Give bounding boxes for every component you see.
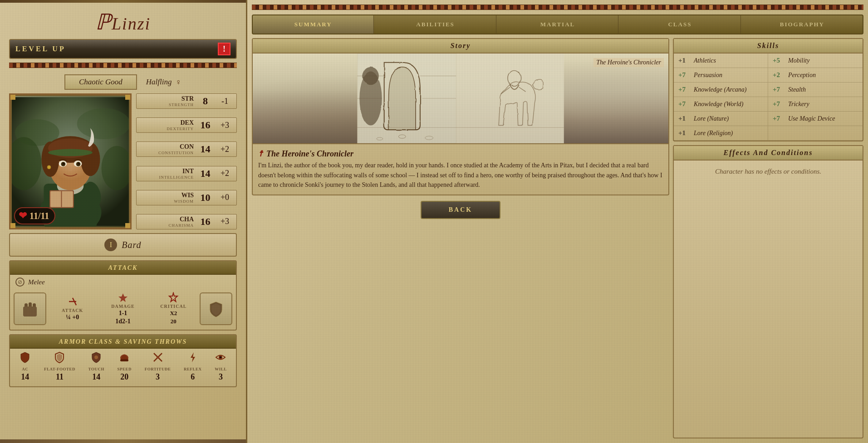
armor-row: AC 14 FLAT-FOOTED 11 TOUCH 14 SPEED 20 F… — [10, 349, 236, 386]
armor-label-6: WILL — [215, 367, 227, 371]
ability-label-con: CON CONSTITUTION — [140, 143, 194, 155]
ability-mod-con: +2 — [217, 145, 233, 154]
skill-row-left-0: +1 Athletics — [674, 54, 768, 68]
attack-left-slot — [14, 292, 46, 325]
ability-mod-wis: +0 — [217, 193, 233, 202]
skills-label: Skills — [757, 42, 779, 49]
attack-stat-box: ATTACK ¼ +0 — [48, 296, 97, 321]
armor-value-6: 3 — [219, 372, 223, 382]
armor-icon-5 — [187, 351, 199, 366]
skill-name: Persuasion — [694, 72, 722, 79]
skill-name: Knowledge (Arcana) — [694, 86, 747, 93]
tab-summary[interactable]: Summary — [253, 15, 374, 34]
story-panel: Story — [252, 38, 669, 438]
attack-stats-row: ATTACK ¼ +0 DAMAGE 1-1 1d2-1 — [10, 289, 236, 330]
armor-value-1: 11 — [56, 372, 64, 382]
back-button-wrapper: Back — [252, 199, 669, 221]
critical-x: X2 — [170, 310, 177, 317]
melee-icon: ⊘ — [15, 277, 25, 287]
skill-name: Trickery — [788, 101, 809, 108]
top-ornament — [0, 0, 246, 3]
race-box: Halfling ♀ — [146, 78, 181, 87]
tab-martial[interactable]: Martial — [497, 15, 618, 34]
armor-value-3: 20 — [120, 372, 128, 382]
tab-class[interactable]: Class — [619, 15, 740, 34]
align-race-row: Chaotic Good Halfling ♀ — [9, 74, 237, 90]
svg-point-2 — [77, 108, 130, 139]
skill-row-left-2: +7 Knowledge (Arcana) — [674, 83, 768, 97]
ability-label-str: STR STRENGTH — [140, 95, 194, 107]
portrait-container: ❤ 11/11 — [9, 93, 132, 229]
left-panel: ℙLinzi LEVEL UP ! Chaotic Good Halfling … — [0, 0, 247, 443]
skill-name: Use Magic Device — [788, 115, 835, 122]
hp-badge: ❤ 11/11 — [14, 207, 55, 224]
armor-item-speed: SPEED 20 — [118, 351, 132, 382]
skill-bonus: +7 — [678, 86, 691, 93]
attack-title: Attack — [108, 264, 138, 271]
svg-point-26 — [47, 166, 51, 169]
armor-value-5: 6 — [191, 372, 195, 382]
armor-icon-3 — [118, 351, 130, 366]
skill-name: Lore (Religion) — [694, 130, 733, 137]
ability-value-con: 14 — [197, 143, 213, 155]
main-container: ℙLinzi LEVEL UP ! Chaotic Good Halfling … — [0, 0, 868, 443]
story-box: Story — [252, 38, 669, 195]
back-button[interactable]: Back — [421, 201, 500, 219]
melee-row: ⊘ Melee — [10, 275, 236, 289]
story-text: I'm Linzi, the author of the book you, m… — [253, 161, 668, 195]
tab-abilities[interactable]: Abilities — [375, 15, 496, 34]
svg-point-18 — [48, 149, 93, 156]
skill-bonus: +7 — [773, 86, 785, 93]
ability-mod-int: +2 — [217, 169, 233, 178]
story-image: The Heroine's Chronicler — [253, 54, 668, 144]
armor-item-will: WILL 3 — [215, 351, 227, 382]
tab-biography[interactable]: Biography — [742, 15, 863, 34]
right-decorative-border — [252, 5, 863, 10]
skill-row-left-1: +7 Persuasion — [674, 68, 768, 83]
armor-icon-1 — [54, 351, 65, 366]
skill-row-right-3: +7 Trickery — [768, 97, 863, 112]
skill-bonus: +5 — [773, 57, 785, 64]
svg-point-41 — [220, 356, 221, 358]
alignment-text: Chaotic Good — [79, 78, 123, 86]
alignment-box: Chaotic Good — [64, 74, 137, 90]
portrait-stats-row: ❤ 11/11 STR STRENGTH 8 -1 DEX — [9, 93, 237, 229]
armor-value-0: 14 — [21, 372, 29, 382]
ability-row-int: INT INTELLIGENCE 14 +2 — [136, 166, 237, 181]
ability-value-dex: 16 — [197, 119, 213, 131]
effects-header: Effects And Conditions — [674, 146, 863, 161]
melee-label: Melee — [28, 278, 45, 286]
race-text: Halfling — [146, 78, 172, 87]
armor-value-4: 3 — [156, 372, 160, 382]
ability-row-str: STR STRENGTH 8 -1 — [136, 93, 237, 109]
armor-item-flatfooted: FLAT-FOOTED 11 — [44, 351, 75, 382]
effects-content: Character has no effects or conditions. — [674, 161, 863, 183]
ability-value-str: 8 — [197, 95, 213, 107]
armor-item-ac: AC 14 — [19, 351, 31, 382]
class-row: I Bard — [9, 233, 237, 257]
skill-row-right-0: +5 Mobility — [768, 54, 863, 68]
svg-rect-53 — [456, 54, 564, 143]
skill-row-right-4: +7 Use Magic Device — [768, 112, 863, 126]
svg-rect-31 — [23, 307, 37, 316]
skill-row-left-4: +1 Lore (Nature) — [674, 112, 768, 126]
svg-rect-36 — [120, 359, 128, 361]
svg-point-23 — [63, 163, 64, 165]
bottom-bar — [0, 439, 246, 443]
no-effects-text: Character has no effects or conditions. — [715, 168, 821, 175]
ability-value-cha: 16 — [197, 216, 213, 228]
class-name: Bard — [122, 240, 141, 250]
ability-row-dex: DEX DEXTERITY 16 +3 — [136, 117, 237, 133]
armor-header: Armor Class & Saving Throws — [10, 335, 236, 349]
story-header: Story — [253, 39, 668, 54]
skill-row-right-1: +2 Perception — [768, 68, 863, 83]
story-section-label: Story — [451, 42, 471, 49]
gender-icon: ♀ — [176, 78, 182, 87]
story-title-text: The Heroine's Chronicler — [266, 149, 353, 159]
levelup-bar[interactable]: LEVEL UP ! — [9, 39, 237, 59]
ability-row-con: CON CONSTITUTION 14 +2 — [136, 141, 237, 157]
story-subtitle: ☨ The Heroine's Chronicler — [253, 144, 668, 161]
hp-heart-icon: ❤ — [19, 210, 27, 222]
svg-point-39 — [157, 356, 159, 359]
armor-item-touch: TOUCH 14 — [88, 351, 104, 382]
